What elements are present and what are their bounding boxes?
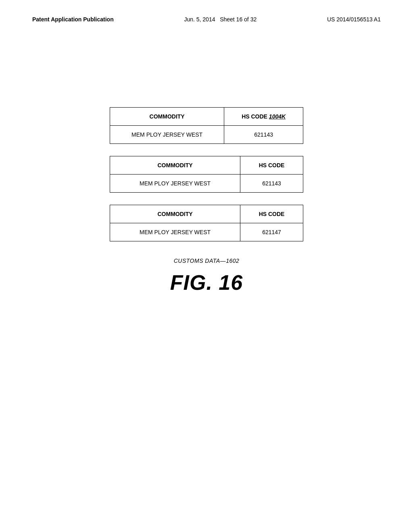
customs-label-prefix: CUSTOMS DATA— (174, 258, 226, 264)
table-row: COMMODITY HS CODE (110, 205, 303, 223)
table-1: COMMODITY HS CODE 1004K MEM PLOY JERSEY … (110, 107, 303, 144)
table-section-3: COMMODITY HS CODE MEM PLOY JERSEY WEST 6… (110, 205, 303, 241)
table-row: COMMODITY HS CODE 1004K (110, 108, 303, 126)
table-section-1: COMMODITY HS CODE 1004K MEM PLOY JERSEY … (110, 107, 303, 144)
table-header-hscode-1: HS CODE 1004K (224, 108, 303, 126)
header-sheet: Sheet 16 of 32 (220, 16, 257, 23)
hs-code-styled: 1004K (269, 113, 286, 120)
header-right: US 2014/0156513 A1 (327, 16, 381, 23)
table-2: COMMODITY HS CODE MEM PLOY JERSEY WEST 6… (110, 156, 303, 193)
table-cell-hscode-3: 621147 (240, 223, 303, 241)
table-header-hscode-3: HS CODE (240, 205, 303, 223)
header-left: Patent Application Publication (32, 16, 114, 23)
table-row: MEM PLOY JERSEY WEST 621143 (110, 126, 303, 144)
table-header-commodity-3: COMMODITY (110, 205, 240, 223)
table-header-hscode-2: HS CODE (240, 156, 303, 175)
table-cell-commodity-2: MEM PLOY JERSEY WEST (110, 175, 240, 193)
header-date: Jun. 5, 2014 (184, 16, 215, 23)
table-header-commodity-1: COMMODITY (110, 108, 224, 126)
table-cell-commodity-1: MEM PLOY JERSEY WEST (110, 126, 224, 144)
page-container: Patent Application Publication Jun. 5, 2… (0, 0, 413, 532)
table-cell-hscode-2: 621143 (240, 175, 303, 193)
header-center: Jun. 5, 2014 Sheet 16 of 32 (184, 16, 257, 23)
table-section-2: COMMODITY HS CODE MEM PLOY JERSEY WEST 6… (110, 156, 303, 193)
customs-label: CUSTOMS DATA—1602 (174, 258, 240, 264)
table-header-commodity-2: COMMODITY (110, 156, 240, 175)
table-cell-hscode-1: 621143 (224, 126, 303, 144)
table-row: COMMODITY HS CODE (110, 156, 303, 175)
fig-label: FIG. 16 (170, 270, 243, 295)
page-header: Patent Application Publication Jun. 5, 2… (32, 16, 381, 27)
table-3: COMMODITY HS CODE MEM PLOY JERSEY WEST 6… (110, 205, 303, 241)
customs-label-number: 1602 (226, 258, 239, 264)
table-row: MEM PLOY JERSEY WEST 621143 (110, 175, 303, 193)
content-area: COMMODITY HS CODE 1004K MEM PLOY JERSEY … (32, 107, 381, 295)
table-row: MEM PLOY JERSEY WEST 621147 (110, 223, 303, 241)
table-cell-commodity-3: MEM PLOY JERSEY WEST (110, 223, 240, 241)
